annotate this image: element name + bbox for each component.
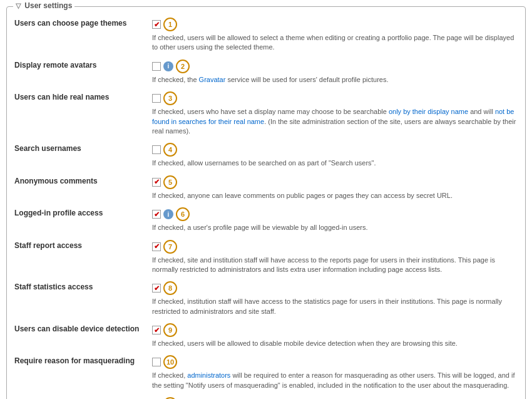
setting-checkbox[interactable] [152,326,161,334]
setting-label: Users can disable device detection [14,323,152,333]
setting-control: i6If checked, a user's profile page will… [152,207,518,232]
setting-desc: If checked, administrators will be requi… [152,371,518,390]
setting-row: Search usernames4If checked, allow usern… [14,138,518,170]
setting-checkbox[interactable] [152,178,161,187]
setting-row: Notify users of masquerading11If checked… [14,393,518,399]
control-row: 1 [152,18,518,31]
setting-label: Users can hide real names [14,91,152,101]
setting-checkbox[interactable] [152,284,161,293]
setting-label: Staff report access [14,240,152,250]
setting-label: Display remote avatars [14,60,152,70]
settings-list: Users can choose page themes1If checked,… [14,13,518,399]
setting-desc: If checked, site and institution staff w… [152,256,518,275]
section-title: ▽ User settings [13,1,74,10]
number-badge: 2 [176,60,190,73]
setting-control: 10If checked, administrators will be req… [152,355,518,390]
control-row: 8 [152,281,518,295]
control-row: 7 [152,240,518,254]
control-row: i2 [152,60,518,73]
control-row: i6 [152,207,518,221]
setting-row: Users can hide real names3If checked, us… [14,87,518,138]
setting-label: Anonymous comments [14,175,152,185]
setting-control: 4If checked, allow usernames to be searc… [152,143,518,168]
setting-checkbox[interactable] [152,242,161,251]
number-badge: 8 [163,281,177,295]
number-badge: 6 [176,207,190,221]
number-badge: 9 [163,323,177,337]
setting-label: Users can choose page themes [14,18,152,28]
user-settings-section: ▽ User settings Users can choose page th… [6,6,526,399]
info-icon[interactable]: i [163,209,173,219]
setting-control: 7If checked, site and institution staff … [152,240,518,275]
setting-control: 1If checked, users will be allowed to se… [152,18,518,53]
setting-control: i2If checked, the Gravatar service will … [152,60,518,85]
control-row: 3 [152,91,518,105]
setting-row: Display remote avatarsi2If checked, the … [14,55,518,87]
setting-checkbox[interactable] [152,145,161,154]
control-row: 9 [152,323,518,337]
setting-label: Search usernames [14,143,152,153]
number-badge: 7 [163,240,177,254]
setting-control: 5If checked, anyone can leave comments o… [152,175,518,200]
setting-row: Staff report access7If checked, site and… [14,236,518,277]
setting-row: Users can choose page themes1If checked,… [14,13,518,55]
setting-checkbox[interactable] [152,358,161,366]
setting-row: Logged-in profile accessi6If checked, a … [14,203,518,235]
setting-control: 9If checked, users will be allowed to di… [152,323,518,348]
setting-desc: If checked, anyone can leave comments on… [152,191,518,200]
number-badge: 1 [163,18,177,31]
control-row: 5 [152,175,518,189]
setting-desc: If checked, institution staff will have … [152,297,518,316]
setting-desc: If checked, users will be allowed to dis… [152,339,518,348]
number-badge: 4 [163,143,177,157]
setting-row: Require reason for masquerading10If chec… [14,351,518,393]
setting-checkbox[interactable] [152,62,161,71]
setting-control: 3If checked, users who have set a displa… [152,91,518,136]
setting-desc: If checked, a user's profile page will b… [152,223,518,232]
control-row: 4 [152,143,518,157]
number-badge: 10 [163,355,177,369]
control-row: 10 [152,355,518,369]
number-badge: 3 [163,91,177,105]
page-wrapper: ▽ User settings Users can choose page th… [0,0,532,399]
number-badge: 5 [163,175,177,189]
setting-checkbox[interactable] [152,94,161,103]
setting-checkbox[interactable] [152,20,161,29]
setting-control: 8If checked, institution staff will have… [152,281,518,316]
setting-row: Staff statistics access8If checked, inst… [14,277,518,319]
setting-desc: If checked, allow usernames to be search… [152,158,518,168]
setting-desc: If checked, the Gravatar service will be… [152,75,518,85]
setting-row: Anonymous comments5If checked, anyone ca… [14,171,518,203]
info-icon[interactable]: i [163,61,173,71]
setting-label: Logged-in profile access [14,207,152,217]
setting-desc: If checked, users will be allowed to sel… [152,33,518,53]
setting-label: Staff statistics access [14,281,152,291]
setting-checkbox[interactable] [152,210,161,219]
arrow-icon: ▽ [16,2,21,9]
setting-row: Users can disable device detection9If ch… [14,319,518,351]
setting-desc: If checked, users who have set a display… [152,107,518,136]
setting-label: Require reason for masquerading [14,355,152,365]
